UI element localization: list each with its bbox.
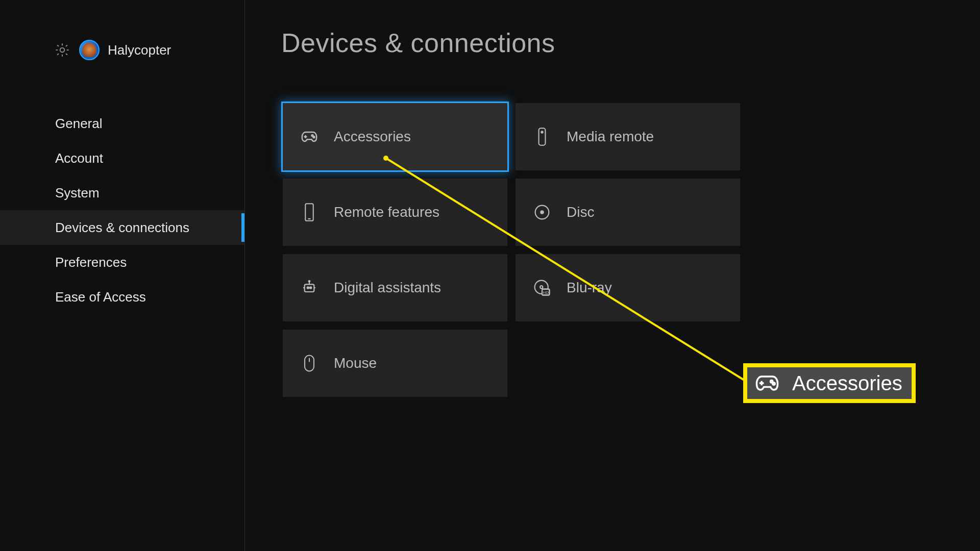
svg-point-2 [313,136,315,138]
disc-icon [533,203,551,221]
svg-rect-5 [305,204,313,220]
tile-accessories[interactable]: Accessories [283,103,507,170]
sidebar-item-preferences[interactable]: Preferences [0,245,244,280]
svg-point-10 [307,287,309,288]
controller-icon [300,128,318,146]
bluray-icon: HD [533,279,551,297]
sidebar-item-label: Account [55,151,103,166]
sidebar-item-label: General [55,116,103,132]
svg-point-25 [771,381,773,383]
svg-point-11 [310,287,311,288]
remote-icon [533,128,551,146]
svg-point-13 [309,281,310,282]
controller-icon [753,369,781,397]
svg-point-8 [541,211,543,213]
assistant-icon [300,279,318,297]
tile-label: Media remote [567,129,654,145]
tile-disc[interactable]: Disc [516,179,740,246]
profile-name: Halycopter [108,42,171,58]
sidebar-item-ease-of-access[interactable]: Ease of Access [0,280,244,314]
sidebar-item-devices-connections[interactable]: Devices & connections [0,210,244,245]
settings-sidebar: Halycopter General Account System Device… [0,0,245,551]
mouse-icon [300,354,318,372]
svg-point-4 [541,131,543,133]
tile-media-remote[interactable]: Media remote [516,103,740,170]
phone-icon [300,203,318,221]
sidebar-item-general[interactable]: General [0,106,244,141]
tile-remote-features[interactable]: Remote features [283,179,507,246]
settings-tile-grid: Accessories Media remote Remote features… [283,103,740,397]
tile-label: Remote features [334,204,439,220]
page-title: Devices & connections [281,28,555,58]
svg-point-1 [312,135,313,136]
svg-text:HD: HD [543,290,549,295]
gear-icon [54,41,71,59]
sidebar-item-system[interactable]: System [0,176,244,210]
tile-label: Accessories [334,129,411,145]
svg-rect-21 [305,356,314,371]
sidebar-item-account[interactable]: Account [0,141,244,176]
sidebar-item-label: Preferences [55,255,127,270]
tile-label: Digital assistants [334,280,441,296]
sidebar-nav: General Account System Devices & connect… [0,106,244,314]
svg-point-26 [773,383,775,385]
svg-point-17 [540,286,543,288]
tile-label: Blu-ray [567,280,612,296]
tile-label: Disc [567,204,594,220]
tile-bluray[interactable]: HD Blu-ray [516,254,740,321]
annotation-callout-label: Accessories [792,372,902,395]
profile-row[interactable]: Halycopter [54,40,171,60]
tile-mouse[interactable]: Mouse [283,330,507,397]
tile-digital-assistants[interactable]: Digital assistants [283,254,507,321]
svg-point-0 [60,48,65,53]
sidebar-item-label: Ease of Access [55,289,146,305]
tile-label: Mouse [334,355,377,371]
avatar [79,40,100,60]
sidebar-item-label: System [55,185,100,201]
sidebar-item-label: Devices & connections [55,220,189,236]
annotation-callout-accessories: Accessories [743,363,916,403]
